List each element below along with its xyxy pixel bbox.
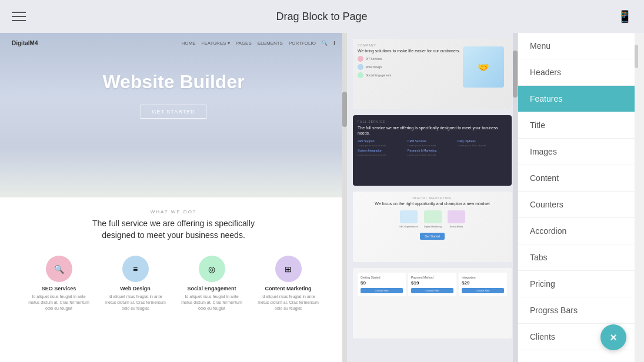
what-we-do-label: WHAT WE DO? <box>18 209 329 214</box>
thumb2-item-4: System Integration Lorem ipsum dolor sit… <box>358 149 406 156</box>
nav-elements[interactable]: ELEMENTS <box>258 41 283 46</box>
sidebar-scrollbar[interactable] <box>635 33 638 362</box>
thumb2-grid: 24/7 Support Lorem ipsum dolor sit amet … <box>358 139 507 156</box>
what-we-do-section: WHAT WE DO? The full service we are offe… <box>0 197 347 256</box>
web-design-icon: ≡ <box>122 256 149 282</box>
thumb2-content: FULL SERVICE The full service we are off… <box>353 115 512 186</box>
preview-scrollbar[interactable] <box>342 33 347 362</box>
thumb2-item-1: 24/7 Support Lorem ipsum dolor sit amet <box>358 139 406 147</box>
hamburger-menu[interactable] <box>12 12 26 21</box>
thumb3-content: DIGITAL MARKETING We focus on the right … <box>353 192 512 262</box>
nav-pages[interactable]: PAGES <box>236 41 252 46</box>
thumb3-icon-social: Social Media <box>448 210 465 228</box>
sidebar-item-accordion[interactable]: Accordion <box>518 218 638 244</box>
thumb3-label: DIGITAL MARKETING <box>412 196 452 200</box>
page-title: Drag Block to Page <box>26 11 618 23</box>
thumbnail-card-3[interactable]: DIGITAL MARKETING We focus on the right … <box>353 192 512 262</box>
sidebar-scrollbar-thumb <box>635 45 638 68</box>
web-service-desc: Id aliquet risus feugiat in ante metus d… <box>103 294 168 311</box>
site-logo: DigitalM4 <box>12 40 38 46</box>
nav-search[interactable]: 🔍 <box>322 41 328 46</box>
thumbnails-panel: COMPANY We bring solutions to make life … <box>347 33 518 362</box>
social-service-desc: Id aliquet risus feugiat in ante metus d… <box>179 294 244 311</box>
site-nav-links: HOME FEATURES ▾ PAGES ELEMENTS PORTFOLIO… <box>181 41 335 46</box>
sidebar: Menu Headers Features Title Images Conte… <box>518 33 638 362</box>
sidebar-item-pricing[interactable]: Pricing <box>518 271 638 297</box>
close-button[interactable]: × <box>600 324 626 350</box>
thumb2-item-2: CRM Services Lorem ipsum dolor sit amet <box>408 139 456 147</box>
thumb3-title: We focus on the right opportunity and ch… <box>375 202 490 206</box>
thumb2-title: The full service we are offering is spec… <box>358 125 507 136</box>
sidebar-item-counters[interactable]: Counters <box>518 192 638 218</box>
social-service-name: Social Engagement <box>187 286 236 291</box>
content-service-desc: Id aliquet risus feugiat in ante metus d… <box>256 294 321 311</box>
web-service-name: Web Design <box>120 286 150 291</box>
nav-portfolio[interactable]: PORTFOLIO <box>289 41 316 46</box>
main-content: DigitalM4 HOME FEATURES ▾ PAGES ELEMENTS… <box>0 33 644 362</box>
thumb4-card-1: Getting Started $9 Choose Plan <box>358 273 406 296</box>
thumbnail-card-4[interactable]: Getting Started $9 Choose Plan Payment M… <box>353 268 512 338</box>
sidebar-item-tabs[interactable]: Tabs <box>518 244 638 271</box>
thumbnail-card-2[interactable]: FULL SERVICE The full service we are off… <box>353 115 512 186</box>
thumb4-cards: Getting Started $9 Choose Plan Payment M… <box>358 273 507 296</box>
service-item-social: ◎ Social Engagement Id aliquet risus feu… <box>179 256 244 311</box>
sidebar-item-features[interactable]: Features <box>518 86 638 112</box>
thumb4-card-2: Payment Method $19 Choose Plan <box>408 273 456 296</box>
thumb1-image: 🤝 <box>463 46 504 88</box>
thumb4-card-3: Integration $29 Choose Plan <box>459 273 507 296</box>
preview-panel: DigitalM4 HOME FEATURES ▾ PAGES ELEMENTS… <box>0 33 347 362</box>
service-item-web: ≡ Web Design Id aliquet risus feugiat in… <box>103 256 168 311</box>
what-we-do-title: The full service we are offering is spec… <box>18 218 329 241</box>
hero-section: DigitalM4 HOME FEATURES ▾ PAGES ELEMENTS… <box>0 33 347 197</box>
services-grid: 🔍 SEO Services Id aliquet risus feugiat … <box>0 256 347 311</box>
hero-button[interactable]: GET STARTED <box>141 105 206 119</box>
thumbnails-scrollbar[interactable] <box>513 33 518 362</box>
website-preview: DigitalM4 HOME FEATURES ▾ PAGES ELEMENTS… <box>0 33 347 362</box>
preview-scrollbar-thumb <box>342 92 347 127</box>
seo-service-name: SEO Services <box>42 286 76 291</box>
content-icon: ⊞ <box>275 256 302 282</box>
top-bar: Drag Block to Page 📱 <box>0 0 644 33</box>
thumb3-icon-digital: Digital Marketing <box>424 210 442 228</box>
sidebar-item-progress-bars[interactable]: Progrss Bars <box>518 297 638 324</box>
thumb4-content: Getting Started $9 Choose Plan Payment M… <box>353 268 512 338</box>
sidebar-item-menu[interactable]: Menu <box>518 33 638 59</box>
thumbnail-card-1[interactable]: COMPANY We bring solutions to make life … <box>353 39 512 109</box>
thumb1-content: COMPANY We bring solutions to make life … <box>353 39 512 109</box>
thumbnails-scrollbar-thumb <box>513 51 518 98</box>
close-icon: × <box>610 331 617 344</box>
hero-content: Website Builder GET STARTED <box>102 71 244 119</box>
nav-info[interactable]: ℹ <box>333 41 335 46</box>
thumb3-icons: SEO Optimization Digital Marketing Socia… <box>399 210 465 228</box>
thumb2-item-5: Research & Marketing Lorem ipsum dolor s… <box>408 149 456 156</box>
phone-icon: 📱 <box>618 9 632 24</box>
thumb2-item-3: Daily Updates Lorem ipsum dolor sit amet <box>458 139 506 147</box>
social-icon: ◎ <box>199 256 225 282</box>
thumb3-button: Get Started <box>420 233 445 240</box>
thumb3-icon-seo: SEO Optimization <box>399 210 418 228</box>
seo-icon: 🔍 <box>46 256 72 282</box>
service-item-seo: 🔍 SEO Services Id aliquet risus feugiat … <box>26 256 91 311</box>
sidebar-item-title[interactable]: Title <box>518 112 638 139</box>
thumb2-label: FULL SERVICE <box>358 120 507 123</box>
site-nav: DigitalM4 HOME FEATURES ▾ PAGES ELEMENTS… <box>0 33 347 53</box>
sidebar-item-images[interactable]: Images <box>518 139 638 165</box>
sidebar-item-content[interactable]: Content <box>518 165 638 192</box>
sidebar-item-headers[interactable]: Headers <box>518 59 638 86</box>
content-service-name: Content Marketing <box>265 286 311 291</box>
service-item-content: ⊞ Content Marketing Id aliquet risus feu… <box>256 256 321 311</box>
nav-home[interactable]: HOME <box>181 41 195 46</box>
seo-service-desc: Id aliquet risus feugiat in ante metus d… <box>26 294 91 311</box>
nav-features[interactable]: FEATURES ▾ <box>201 41 229 46</box>
hero-title: Website Builder <box>102 71 244 93</box>
